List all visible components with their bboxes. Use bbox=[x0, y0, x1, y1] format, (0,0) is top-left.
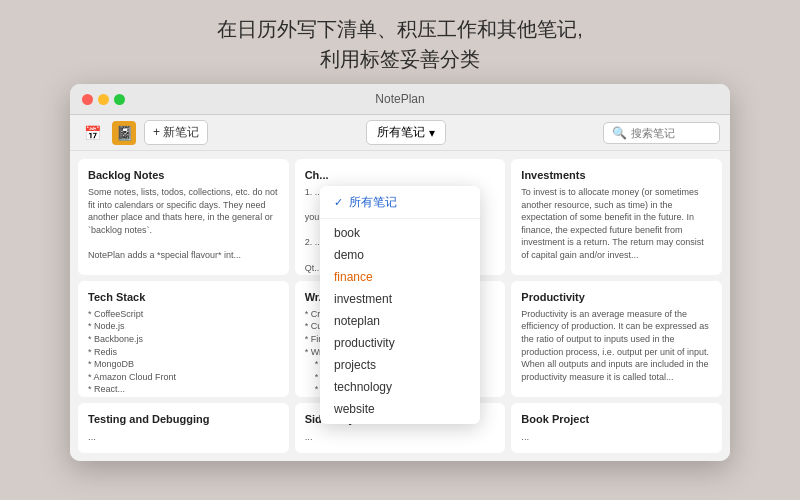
app-window: NotePlan 📅 📓 + 新笔记 所有笔记 ▾ 🔍 Backlog Note… bbox=[70, 84, 730, 461]
notebook-dropdown[interactable]: 所有笔记 ▾ bbox=[366, 120, 446, 145]
dropdown-item-technology[interactable]: technology bbox=[320, 376, 480, 398]
dropdown-divider bbox=[320, 218, 480, 219]
card-content: ... bbox=[521, 430, 712, 443]
window-title: NotePlan bbox=[375, 92, 424, 106]
dropdown-item-investment[interactable]: investment bbox=[320, 288, 480, 310]
search-icon: 🔍 bbox=[612, 126, 627, 140]
card-content: ... bbox=[305, 430, 496, 443]
card-title: Investments bbox=[521, 169, 712, 181]
note-card-testing[interactable]: Testing and Debugging ... bbox=[78, 403, 289, 453]
toolbar: 📅 📓 + 新笔记 所有笔记 ▾ 🔍 bbox=[70, 115, 730, 151]
title-bar: NotePlan bbox=[70, 84, 730, 115]
dropdown-item-projects[interactable]: projects bbox=[320, 354, 480, 376]
card-title: Book Project bbox=[521, 413, 712, 425]
notes-icon[interactable]: 📓 bbox=[112, 121, 136, 145]
card-title: Backlog Notes bbox=[88, 169, 279, 181]
notebook-label: 所有笔记 bbox=[377, 124, 425, 141]
traffic-lights bbox=[82, 94, 125, 105]
card-content: Productivity is an average measure of th… bbox=[521, 308, 712, 384]
dropdown-item-all[interactable]: 所有笔记 bbox=[320, 190, 480, 215]
note-card-tech-stack[interactable]: Tech Stack * CoffeeScript * Node.js * Ba… bbox=[78, 281, 289, 397]
card-content: Some notes, lists, todos, collections, e… bbox=[88, 186, 279, 262]
dropdown-item-productivity[interactable]: productivity bbox=[320, 332, 480, 354]
dropdown-item-website[interactable]: website bbox=[320, 398, 480, 420]
note-card-productivity[interactable]: Productivity Productivity is an average … bbox=[511, 281, 722, 397]
dropdown-item-noteplan[interactable]: noteplan bbox=[320, 310, 480, 332]
top-banner: 在日历外写下清单、积压工作和其他笔记, 利用标签妥善分类 bbox=[0, 0, 800, 84]
card-content: * CoffeeScript * Node.js * Backbone.js *… bbox=[88, 308, 279, 396]
note-card-book-project[interactable]: Book Project ... bbox=[511, 403, 722, 453]
card-title: Productivity bbox=[521, 291, 712, 303]
search-box[interactable]: 🔍 bbox=[603, 122, 720, 144]
note-card-backlog[interactable]: Backlog Notes Some notes, lists, todos, … bbox=[78, 159, 289, 275]
dropdown-arrow-icon: ▾ bbox=[429, 126, 435, 140]
content-area: Backlog Notes Some notes, lists, todos, … bbox=[70, 151, 730, 461]
dropdown-item-book[interactable]: book bbox=[320, 222, 480, 244]
search-input[interactable] bbox=[631, 127, 711, 139]
dropdown-item-finance[interactable]: finance bbox=[320, 266, 480, 288]
card-content: ... bbox=[88, 430, 279, 443]
banner-line1: 在日历外写下清单、积压工作和其他笔记, 利用标签妥善分类 bbox=[20, 14, 780, 74]
minimize-button[interactable] bbox=[98, 94, 109, 105]
calendar-icon[interactable]: 📅 bbox=[80, 121, 104, 145]
dropdown-menu[interactable]: 所有笔记 book demo finance investment notepl… bbox=[320, 186, 480, 424]
dropdown-item-demo[interactable]: demo bbox=[320, 244, 480, 266]
note-card-investments[interactable]: Investments To invest is to allocate mon… bbox=[511, 159, 722, 275]
card-title: Tech Stack bbox=[88, 291, 279, 303]
new-note-label: + 新笔记 bbox=[153, 124, 199, 141]
card-title: Testing and Debugging bbox=[88, 413, 279, 425]
card-content: To invest is to allocate money (or somet… bbox=[521, 186, 712, 262]
new-note-button[interactable]: + 新笔记 bbox=[144, 120, 208, 145]
close-button[interactable] bbox=[82, 94, 93, 105]
card-title: Ch... bbox=[305, 169, 496, 181]
maximize-button[interactable] bbox=[114, 94, 125, 105]
